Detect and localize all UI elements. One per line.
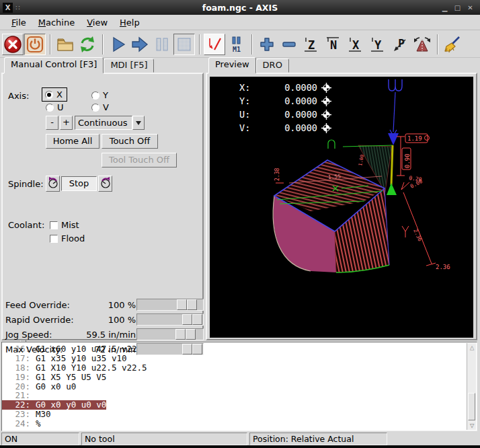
m1-label: M1: [233, 46, 241, 53]
svg-text:Y: Y: [374, 38, 382, 52]
broom-icon: [443, 35, 462, 54]
pause-icon: [153, 36, 171, 53]
jog-speed-slider[interactable]: [136, 328, 204, 340]
green-hook: [328, 140, 335, 149]
tool-w-glyph: [389, 79, 402, 91]
run-button[interactable]: [107, 34, 128, 55]
scroll-up-arrow[interactable]: △: [468, 343, 476, 352]
slider-handle[interactable]: [182, 344, 202, 354]
dro-row-v: V: 0.0000: [239, 121, 331, 135]
jog-minus-button[interactable]: -: [46, 116, 58, 130]
title-bar: X ∷ foam.ngc - AXIS ▁ □ ✕: [0, 0, 480, 15]
folder-icon: [56, 36, 75, 53]
dim-label-238: 2.38: [274, 168, 280, 181]
rotate-view-button[interactable]: [411, 34, 433, 55]
dim-label-100: 1.00: [358, 154, 365, 166]
home-all-button[interactable]: Home All: [46, 134, 99, 149]
menu-machine[interactable]: Machine: [32, 16, 81, 29]
slider-handle[interactable]: [177, 299, 197, 310]
combo-dropdown-arrow[interactable]: [132, 116, 145, 130]
view-z-button[interactable]: Z: [301, 34, 322, 55]
axis-radio-y[interactable]: Y: [91, 90, 108, 100]
tool-touch-off-button[interactable]: Tool Touch Off: [102, 153, 177, 167]
radio-v-indicator: [91, 104, 99, 112]
maximize-button[interactable]: □: [453, 3, 462, 12]
homed-icon: [321, 110, 331, 120]
svg-text:X: X: [352, 38, 360, 52]
view-y-button[interactable]: Y: [367, 34, 389, 55]
axis-radio-v[interactable]: V: [91, 102, 109, 112]
preview-canvas[interactable]: 1.19 0.90 0.20 0.00 2.36 2.36 2.38 1.55 …: [210, 77, 473, 338]
estop-button[interactable]: [2, 34, 24, 55]
step-button[interactable]: [129, 34, 151, 55]
spindle-ccw-button[interactable]: [46, 176, 60, 192]
svg-text:N: N: [330, 38, 337, 52]
menu-view[interactable]: View: [81, 16, 114, 29]
tab-mdi[interactable]: MDI [F5]: [104, 59, 154, 73]
jog-mode-combobox[interactable]: Continuous: [75, 116, 145, 130]
rapid-override-slider[interactable]: [136, 313, 204, 326]
slider-handle[interactable]: [182, 314, 202, 325]
homed-icon: [321, 83, 331, 93]
tab-preview[interactable]: Preview: [208, 57, 256, 73]
axis-label: Axis:: [8, 91, 29, 101]
toolbar-separator: [251, 34, 253, 54]
scroll-down-arrow[interactable]: ▽: [468, 421, 476, 430]
clear-plot-button[interactable]: [442, 34, 463, 55]
flood-checkbox[interactable]: Flood: [50, 233, 85, 244]
stop-button[interactable]: [173, 34, 195, 55]
window-title: foam.ngc - AXIS: [0, 3, 480, 13]
spindle-cw-icon: [99, 176, 112, 190]
view-x-button[interactable]: X: [345, 34, 366, 55]
slider-handle[interactable]: [175, 329, 196, 340]
power-icon: [26, 36, 44, 53]
menu-bar: File Machine View Help: [0, 15, 480, 30]
radio-y-indicator: [91, 91, 99, 100]
jog-plus-button[interactable]: +: [60, 116, 73, 130]
max-velocity-slider[interactable]: [136, 343, 204, 355]
view-z2-icon: N: [325, 36, 342, 53]
scroll-thumb[interactable]: [468, 393, 475, 420]
axis-radio-x[interactable]: X: [42, 87, 67, 102]
feed-override-row: Feed Override: 100 %: [4, 299, 204, 312]
minimize-button[interactable]: ▁: [440, 3, 449, 12]
machine-power-button[interactable]: [24, 34, 46, 55]
m1-pause-icon: M1: [228, 35, 245, 54]
dim-circle: [425, 136, 430, 141]
gcode-line-active: 22:G0 x0 y0 u0 v0: [2, 400, 477, 410]
toolbar-separator: [437, 34, 438, 54]
feed-override-slider[interactable]: [136, 299, 204, 311]
zoom-in-button[interactable]: [256, 34, 278, 55]
view-z2-button[interactable]: N: [323, 34, 344, 55]
touch-off-button[interactable]: Touch Off: [102, 134, 158, 149]
preview-notebook: Preview DRO: [206, 59, 477, 340]
gcode-line: 24:%: [2, 419, 477, 428]
close-button[interactable]: ✕: [466, 3, 475, 12]
view-perspective-button[interactable]: P: [389, 34, 411, 55]
origin-cone: [387, 183, 397, 195]
pause-button[interactable]: [151, 34, 173, 55]
spindle-label: Spindle:: [8, 179, 44, 189]
menu-file[interactable]: File: [5, 16, 32, 29]
mist-checkbox-box: [50, 221, 58, 229]
jog-speed-row: Jog Speed: 59.5 in/min: [4, 328, 204, 342]
zoom-out-button[interactable]: [278, 34, 300, 55]
tab-dro[interactable]: DRO: [256, 59, 289, 73]
tab-manual-control[interactable]: Manual Control [F3]: [4, 57, 104, 73]
optional-stop-button[interactable]: M1: [226, 34, 247, 55]
dim-tick-diag: [426, 263, 436, 266]
skip-lines-button[interactable]: [204, 34, 225, 55]
gcode-scrollbar[interactable]: △ ▽: [467, 343, 476, 430]
play-icon: [109, 36, 126, 53]
radio-u-indicator: [46, 104, 54, 112]
mist-checkbox[interactable]: Mist: [50, 220, 79, 230]
reload-button[interactable]: [77, 34, 98, 55]
view-x-icon: X: [347, 36, 364, 53]
open-file-button[interactable]: [54, 34, 76, 55]
axis-radio-u[interactable]: U: [46, 102, 64, 112]
spindle-cw-button[interactable]: [98, 176, 112, 192]
zoom-out-icon: [281, 36, 297, 52]
menu-help[interactable]: Help: [114, 16, 146, 29]
rapid-override-row: Rapid Override: 100 %: [4, 313, 204, 327]
spindle-stop-button[interactable]: Stop: [61, 176, 97, 191]
